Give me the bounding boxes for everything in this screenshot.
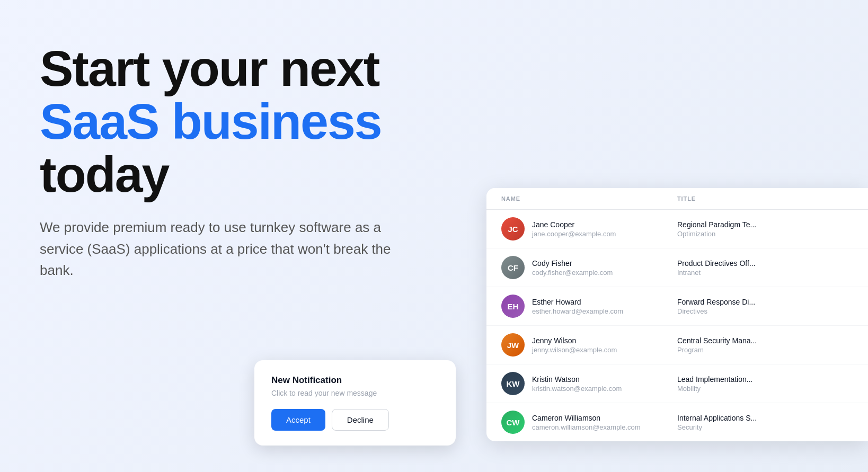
- title-main: Internal Applications S...: [677, 414, 853, 422]
- person-cell: JW Jenny Wilson jenny.wilson@example.com: [501, 333, 677, 357]
- notification-body: Click to read your new message: [271, 389, 439, 397]
- decline-button[interactable]: Decline: [332, 409, 389, 431]
- notification-buttons: Accept Decline: [271, 409, 439, 431]
- person-info: Cody Fisher cody.fisher@example.com: [532, 259, 613, 277]
- person-name: Cody Fisher: [532, 259, 613, 268]
- col-title-header: TITLE: [677, 195, 853, 202]
- title-sub: Optimization: [677, 230, 853, 238]
- person-info: Cameron Williamson cameron.williamson@ex…: [532, 414, 641, 431]
- person-email: kristin.watson@example.com: [532, 385, 622, 393]
- title-cell: Regional Paradigm Te... Optimization: [677, 220, 853, 238]
- person-email: jenny.wilson@example.com: [532, 346, 617, 354]
- avatar: CW: [501, 411, 525, 434]
- person-name: Jenny Wilson: [532, 336, 617, 345]
- person-name: Kristin Watson: [532, 375, 622, 384]
- avatar: CF: [501, 256, 525, 279]
- person-name: Jane Cooper: [532, 220, 616, 229]
- table-row: CW Cameron Williamson cameron.williamson…: [486, 403, 868, 441]
- title-sub: Intranet: [677, 269, 853, 277]
- hero-section: Start your next SaaS business today We p…: [40, 42, 437, 281]
- person-email: cameron.williamson@example.com: [532, 423, 641, 431]
- hero-title: Start your next SaaS business today: [40, 42, 437, 201]
- table-body: JC Jane Cooper jane.cooper@example.com R…: [486, 210, 868, 441]
- person-info: Esther Howard esther.howard@example.com: [532, 298, 623, 315]
- hero-line2-blue: SaaS business: [40, 93, 382, 149]
- table-row: JW Jenny Wilson jenny.wilson@example.com…: [486, 326, 868, 364]
- hero-line1: Start your next: [40, 40, 379, 96]
- accept-button[interactable]: Accept: [271, 409, 325, 431]
- person-info: Jenny Wilson jenny.wilson@example.com: [532, 336, 617, 354]
- title-cell: Central Security Mana... Program: [677, 336, 853, 354]
- table-row: CF Cody Fisher cody.fisher@example.com P…: [486, 248, 868, 287]
- title-sub: Directives: [677, 307, 853, 315]
- title-cell: Forward Response Di... Directives: [677, 298, 853, 315]
- title-main: Forward Response Di...: [677, 298, 853, 306]
- title-main: Product Directives Off...: [677, 259, 853, 268]
- notification-card: New Notification Click to read your new …: [254, 360, 456, 446]
- hero-line2-black: today: [40, 146, 169, 202]
- person-email: jane.cooper@example.com: [532, 230, 616, 238]
- title-cell: Product Directives Off... Intranet: [677, 259, 853, 277]
- notification-title: New Notification: [271, 375, 439, 386]
- table-row: KW Kristin Watson kristin.watson@example…: [486, 364, 868, 403]
- person-cell: CF Cody Fisher cody.fisher@example.com: [501, 256, 677, 279]
- avatar: JC: [501, 217, 525, 241]
- col-name-header: NAME: [501, 195, 677, 202]
- person-name: Esther Howard: [532, 298, 623, 306]
- title-sub: Program: [677, 346, 853, 354]
- avatar: JW: [501, 333, 525, 357]
- people-table: NAME TITLE JC Jane Cooper jane.cooper@ex…: [486, 188, 868, 441]
- person-email: cody.fisher@example.com: [532, 269, 613, 277]
- person-cell: CW Cameron Williamson cameron.williamson…: [501, 411, 677, 434]
- person-cell: JC Jane Cooper jane.cooper@example.com: [501, 217, 677, 241]
- title-sub: Mobility: [677, 385, 853, 393]
- person-cell: EH Esther Howard esther.howard@example.c…: [501, 295, 677, 318]
- person-cell: KW Kristin Watson kristin.watson@example…: [501, 372, 677, 395]
- table-row: EH Esther Howard esther.howard@example.c…: [486, 287, 868, 326]
- title-main: Lead Implementation...: [677, 375, 853, 384]
- title-main: Central Security Mana...: [677, 336, 853, 345]
- person-info: Jane Cooper jane.cooper@example.com: [532, 220, 616, 238]
- title-cell: Lead Implementation... Mobility: [677, 375, 853, 393]
- hero-subtitle: We provide premium ready to use turnkey …: [40, 217, 400, 281]
- avatar: EH: [501, 295, 525, 318]
- title-main: Regional Paradigm Te...: [677, 220, 853, 229]
- table-row: JC Jane Cooper jane.cooper@example.com R…: [486, 210, 868, 248]
- title-sub: Security: [677, 423, 853, 431]
- person-info: Kristin Watson kristin.watson@example.co…: [532, 375, 622, 393]
- person-email: esther.howard@example.com: [532, 307, 623, 315]
- person-name: Cameron Williamson: [532, 414, 641, 422]
- title-cell: Internal Applications S... Security: [677, 414, 853, 431]
- table-header: NAME TITLE: [486, 188, 868, 210]
- avatar: KW: [501, 372, 525, 395]
